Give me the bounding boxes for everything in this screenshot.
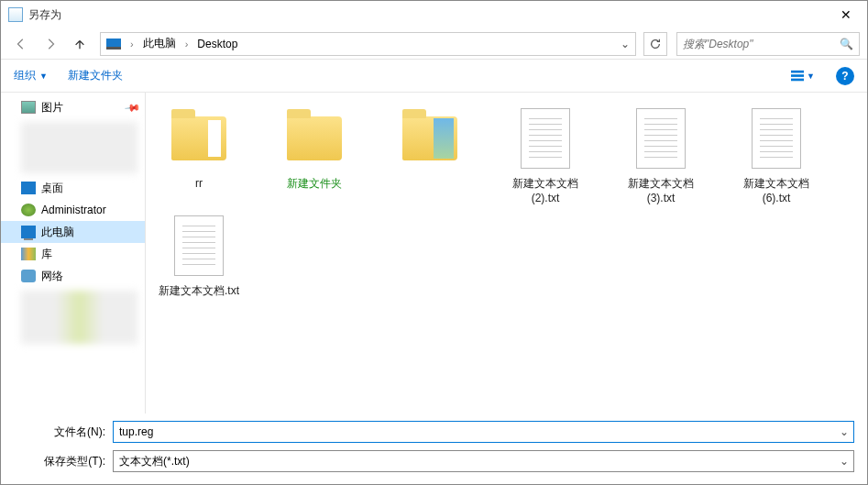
file-item[interactable]: 新建文本文档.txt	[153, 209, 245, 303]
title-bar: 另存为 ✕	[1, 1, 867, 28]
toolbar: 组织▼ 新建文件夹 ▼ ?	[1, 60, 867, 93]
chevron-down-icon: ▼	[39, 72, 48, 81]
file-item[interactable]: rr	[153, 102, 245, 209]
forward-button[interactable]	[38, 31, 63, 57]
window-title: 另存为	[28, 7, 825, 23]
user-icon	[21, 204, 36, 216]
file-item[interactable]: 新建文本文档 (6).txt	[731, 102, 822, 209]
filename-field-wrap: ⌄	[113, 421, 854, 443]
view-button[interactable]: ▼	[790, 66, 816, 86]
svg-rect-1	[791, 74, 804, 77]
app-icon	[8, 7, 23, 22]
pc-icon	[21, 226, 36, 238]
search-box[interactable]: 🔍	[676, 32, 860, 56]
chevron-right-icon: ›	[180, 39, 194, 50]
filename-dropdown[interactable]: ⌄	[835, 425, 853, 438]
sidebar-item-label: 图片	[41, 100, 63, 116]
network-icon	[21, 270, 36, 282]
file-list: rr新建文件夹新建文本文档 (2).txt新建文本文档 (3).txt新建文本文…	[146, 93, 867, 413]
file-thumb	[281, 105, 347, 171]
file-name: 新建文本文档 (6).txt	[734, 177, 819, 205]
file-item[interactable]: 新建文本文档 (2).txt	[500, 102, 591, 209]
blurred-area	[21, 291, 137, 344]
file-name: rr	[195, 177, 203, 192]
filetype-select[interactable]	[114, 451, 835, 471]
up-button[interactable]	[67, 31, 93, 57]
blurred-area	[21, 122, 137, 173]
breadcrumb-part[interactable]: 此电脑	[139, 36, 180, 51]
sidebar-item-label: 桌面	[41, 181, 63, 196]
sidebar-item-label: 库	[41, 247, 52, 262]
filename-input[interactable]	[114, 422, 835, 442]
file-name: 新建文本文档.txt	[159, 284, 239, 299]
file-thumb	[512, 105, 578, 171]
pin-icon: 📌	[124, 99, 141, 116]
sidebar-item-label: 此电脑	[41, 225, 74, 240]
file-thumb	[166, 213, 232, 279]
sidebar-thispc[interactable]: 此电脑	[1, 221, 145, 243]
close-button[interactable]: ✕	[825, 1, 867, 28]
new-folder-button[interactable]: 新建文件夹	[68, 68, 123, 83]
pictures-icon	[21, 101, 36, 114]
desktop-icon	[21, 182, 36, 194]
pc-icon	[106, 39, 121, 50]
help-button[interactable]: ?	[836, 67, 854, 85]
nav-bar: › 此电脑 › Desktop ⌄ 🔍	[1, 28, 867, 60]
sidebar-item-label: 网络	[41, 269, 63, 284]
filename-label: 文件名(N):	[14, 424, 113, 440]
file-item[interactable]	[384, 102, 476, 209]
address-bar[interactable]: › 此电脑 › Desktop ⌄	[100, 32, 636, 56]
file-item[interactable]: 新建文本文档 (3).txt	[615, 102, 707, 209]
file-name: 新建文本文档 (3).txt	[619, 177, 703, 205]
file-name: 新建文件夹	[287, 177, 342, 192]
svg-rect-2	[791, 78, 804, 81]
address-dropdown[interactable]: ⌄	[617, 38, 633, 50]
sidebar: 图片📌 桌面 Administrator 此电脑 库 网络	[1, 93, 146, 413]
search-input[interactable]	[683, 38, 840, 50]
organize-button[interactable]: 组织▼	[14, 68, 48, 83]
search-icon[interactable]: 🔍	[840, 38, 853, 50]
file-thumb	[628, 105, 694, 171]
breadcrumb-part[interactable]: Desktop	[193, 38, 241, 50]
refresh-button[interactable]	[643, 32, 667, 56]
file-item[interactable]: 新建文件夹	[269, 102, 360, 209]
file-name: 新建文本文档 (2).txt	[503, 177, 588, 205]
filetype-label: 保存类型(T):	[14, 454, 113, 469]
sidebar-item-label: Administrator	[41, 204, 106, 216]
sidebar-network[interactable]: 网络	[1, 265, 145, 287]
sidebar-pictures[interactable]: 图片📌	[1, 96, 145, 118]
back-button[interactable]	[8, 31, 34, 57]
file-thumb	[166, 105, 232, 171]
sidebar-desktop[interactable]: 桌面	[1, 177, 145, 199]
sidebar-admin[interactable]: Administrator	[1, 199, 145, 221]
library-icon	[21, 248, 36, 260]
file-thumb	[397, 105, 463, 171]
filetype-field-wrap[interactable]: ⌄	[113, 450, 854, 472]
sidebar-library[interactable]: 库	[1, 243, 145, 265]
save-form: 文件名(N): ⌄ 保存类型(T): ⌄ ⌃ 隐藏文件夹 编码(E): ANSI…	[1, 413, 867, 485]
file-thumb	[743, 105, 809, 171]
svg-rect-0	[791, 70, 804, 72]
chevron-right-icon: ›	[125, 39, 139, 50]
filetype-dropdown[interactable]: ⌄	[835, 455, 853, 468]
